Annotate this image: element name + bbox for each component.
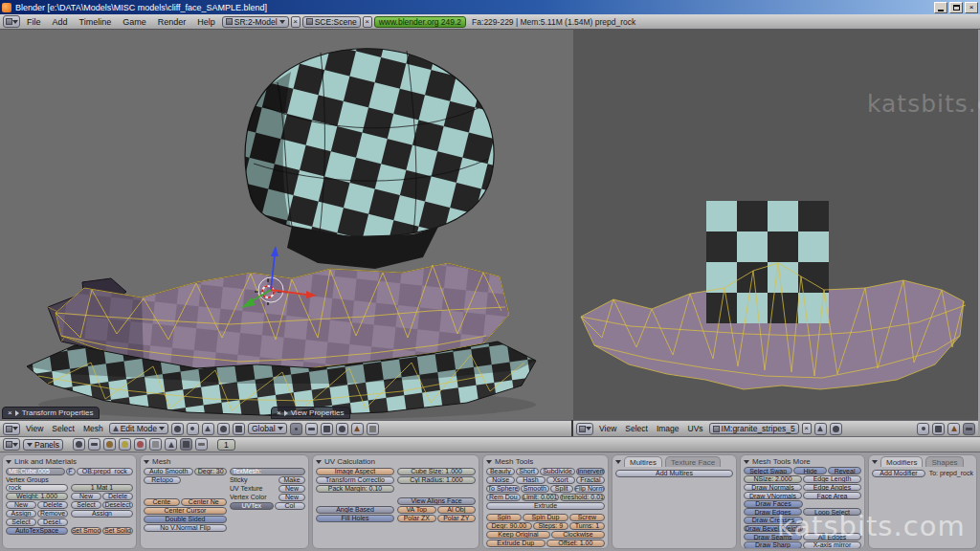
menu-view[interactable]: View [23, 424, 46, 433]
transform-properties-panel-tab[interactable]: × Transform Properties [2, 407, 100, 419]
screen-selector[interactable]: SR:2-Model [222, 16, 289, 28]
select-swap-button[interactable]: Select Swap [744, 467, 792, 474]
all-edges-toggle[interactable]: All Edges [803, 533, 861, 540]
hash-button[interactable]: Hash [516, 476, 545, 484]
shading-context-icon[interactable] [103, 438, 116, 451]
texture-icon[interactable] [149, 438, 162, 451]
image-aspect-button[interactable]: Image Aspect [316, 468, 394, 475]
material-icon[interactable] [134, 438, 146, 451]
logic-context-icon[interactable] [73, 438, 85, 451]
menu-select[interactable]: Select [622, 424, 651, 433]
uv-texture-new-button[interactable]: New [278, 485, 305, 493]
limit-field[interactable]: Limit: 0.001 [522, 494, 559, 501]
degr-field[interactable]: Degr: 30 [194, 468, 227, 475]
beauty-toggle[interactable]: Beauty [486, 468, 515, 475]
extrude-dup-button[interactable]: Extrude Dup [486, 540, 546, 547]
mode-dropdown[interactable]: Edit Mode [109, 423, 168, 434]
rem-doubles-button[interactable]: Rem Dou [486, 494, 521, 501]
object-context-icon[interactable] [165, 438, 177, 451]
vgroup-deselect-button[interactable]: Desel. [37, 518, 68, 526]
draw-seams-toggle[interactable]: Draw Seams [744, 533, 802, 540]
close-icon[interactable]: × [277, 409, 281, 417]
spin-steps-field[interactable]: Steps: 9 [533, 522, 568, 530]
draw-sharp-toggle[interactable]: Draw Sharp [744, 541, 802, 549]
menu-view[interactable]: View [596, 424, 619, 433]
snap-icon[interactable] [351, 423, 364, 435]
centre-cursor-button[interactable]: Center Cursor [144, 507, 227, 515]
mesh-datablock-field[interactable]: ME:Cube.005 [6, 468, 65, 475]
fractal-button[interactable]: Fractal [576, 476, 605, 484]
xsort-button[interactable]: Xsort [546, 476, 575, 484]
manipulator-translate-icon[interactable] [202, 423, 214, 435]
vertex-group-name-field[interactable]: rock [6, 484, 68, 492]
polar-zx-button[interactable]: Polar ZX [397, 515, 436, 522]
maximize-button[interactable] [949, 2, 963, 13]
info-editor-type-dropdown[interactable] [3, 15, 20, 28]
orientation-dropdown[interactable]: Global [248, 423, 287, 434]
material-select-button[interactable]: Select [71, 501, 101, 509]
weight-field[interactable]: Weight: 1.000 [6, 493, 68, 500]
uv-sync-select-icon[interactable] [932, 423, 945, 435]
hide-button[interactable]: Hide [793, 467, 827, 474]
al-obj-button[interactable]: Al Obj [437, 506, 477, 514]
title-bar[interactable]: Blender [e:\DATA\Models\MISC models\clif… [0, 0, 980, 14]
auto-smooth-toggle[interactable]: Auto Smooth [144, 468, 193, 475]
to-sphere-button[interactable]: To Sphere [486, 485, 520, 493]
view-aligns-face-dropdown[interactable]: View Aligns Face [397, 497, 476, 505]
polar-zy-button[interactable]: Polar ZY [437, 515, 477, 522]
manipulator-scale-icon[interactable] [233, 423, 245, 435]
loop-select-dropdown[interactable]: Loop Select [803, 508, 861, 516]
close-icon[interactable]: × [8, 409, 12, 417]
menu-add[interactable]: Add [48, 17, 73, 27]
extrude-button[interactable]: Extrude [486, 502, 605, 510]
scene-context-icon[interactable] [195, 438, 208, 451]
menu-file[interactable]: File [22, 17, 46, 27]
spin-dup-button[interactable]: Spin Dup [523, 514, 568, 521]
draw-vnormals-toggle[interactable]: Draw VNormals [744, 492, 802, 499]
draw-edges-toggle[interactable]: Draw Edges [744, 508, 802, 516]
tab-multires[interactable]: Multires [624, 456, 662, 467]
editing-context-icon[interactable] [180, 438, 192, 451]
menu-game[interactable]: Game [118, 17, 151, 27]
vgroup-assign-button[interactable]: Assign [6, 510, 36, 518]
threshold-field[interactable]: Threshold: 0.010 [560, 494, 605, 501]
autotexspace-button[interactable]: AutoTexSpace [6, 527, 68, 535]
panel-title[interactable]: UV Calculation [324, 457, 375, 466]
tab-shapes[interactable]: Shapes [925, 456, 963, 467]
occlude-geometry-icon[interactable] [336, 423, 348, 435]
uv-layer-item[interactable]: UVTex [230, 502, 274, 510]
innervert-dropdown[interactable]: Innervert [576, 468, 605, 475]
retopo-toggle[interactable]: Retopo [144, 476, 181, 484]
snap-icon[interactable] [947, 423, 960, 435]
vertex-color-new-button[interactable]: New [278, 494, 305, 501]
texmesh-field[interactable]: TexMesh: [230, 468, 305, 475]
menu-help[interactable]: Help [192, 17, 220, 27]
fill-holes-toggle[interactable]: Fill Holes [316, 515, 394, 522]
close-button[interactable]: × [965, 2, 978, 13]
nsize-field[interactable]: NSize: 2.000 [744, 475, 802, 483]
vertex-color-layer-item[interactable]: Col [275, 502, 305, 510]
material-index-stepper[interactable]: 1 Mat 1 [71, 484, 133, 492]
face-select-icon[interactable] [321, 423, 333, 435]
menu-mesh[interactable]: Mesh [80, 424, 106, 433]
spin-button[interactable]: Spin [486, 514, 522, 521]
panel-title[interactable]: Link and Materials [14, 457, 77, 466]
spin-degr-field[interactable]: Degr: 90.00 [486, 522, 532, 530]
panel-title[interactable]: Mesh [152, 457, 171, 466]
vgroup-delete-button[interactable]: Delete [37, 501, 68, 509]
fake-user-button[interactable]: F [66, 468, 76, 475]
pivot-dropdown[interactable] [187, 423, 199, 435]
update-lock-icon[interactable] [963, 423, 975, 435]
editor-type-dropdown[interactable] [576, 423, 593, 435]
no-vnormal-flip-toggle[interactable]: No V.Normal Flip [144, 524, 227, 532]
panel-title[interactable]: Mesh Tools More [752, 457, 811, 466]
short-toggle[interactable]: Short [516, 468, 539, 475]
draw-faces-toggle[interactable]: Draw Faces [744, 500, 803, 508]
keep-original-toggle[interactable]: Keep Original [486, 531, 550, 539]
split-button[interactable]: Split [550, 485, 573, 493]
panel-title[interactable]: Mesh Tools [495, 457, 533, 466]
vgroup-remove-button[interactable]: Remove [37, 510, 68, 518]
editor-type-dropdown[interactable] [3, 438, 20, 451]
unwrapper-dropdown[interactable]: Angle Based [316, 506, 394, 514]
set-solid-button[interactable]: Set Solid [102, 527, 133, 535]
